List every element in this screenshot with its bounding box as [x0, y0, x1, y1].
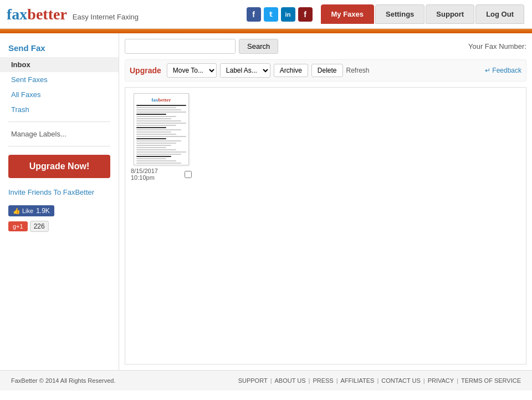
sidebar-item-inbox[interactable]: Inbox	[0, 57, 119, 72]
fax-line	[136, 154, 181, 155]
footer-link-press[interactable]: PRESS	[313, 377, 333, 384]
twitter-icon[interactable]: 𝕥	[264, 7, 278, 22]
footer-link-support[interactable]: SUPPORT	[238, 377, 268, 384]
fax-line	[136, 149, 176, 150]
search-left: Search	[125, 39, 278, 54]
archive-button[interactable]: Archive	[274, 64, 308, 77]
fax-logo-blue: fax	[152, 97, 158, 103]
footer: FaxBetter © 2014 All Rights Reserved. SU…	[0, 370, 532, 391]
fax-line	[136, 123, 186, 124]
toolbar: Upgrade Move To... Label As... Archive D…	[125, 59, 526, 82]
thumbs-up-icon: 👍	[13, 207, 21, 215]
invite-friends-link[interactable]: Invite Friends To FaxBetter	[0, 184, 119, 201]
fax-number-area: Your Fax Number:	[468, 42, 526, 50]
fax-thumb-logo: faxbetter	[152, 97, 171, 103]
facebook-icon[interactable]: f	[247, 7, 261, 22]
fax-line	[136, 114, 166, 115]
footer-sep: |	[457, 377, 458, 384]
fax-line	[136, 158, 166, 159]
search-button[interactable]: Search	[239, 39, 278, 54]
fax-line	[136, 129, 181, 130]
tab-settings[interactable]: Settings	[375, 4, 424, 24]
sidebar-divider	[8, 121, 110, 122]
fax-line	[136, 151, 186, 153]
fax-line	[136, 120, 181, 121]
sidebar-item-sent-faxes[interactable]: Sent Faxes	[0, 72, 119, 87]
send-fax-link[interactable]: Send Fax	[0, 39, 119, 57]
main-layout: Send Fax Inbox Sent Faxes All Faxes Tras…	[0, 33, 532, 370]
fax-line	[136, 156, 171, 157]
fax-line	[136, 138, 166, 139]
google-plus-count: 226	[30, 221, 49, 232]
fax-line	[136, 140, 181, 141]
fax-line	[136, 125, 176, 126]
tab-support[interactable]: Support	[426, 4, 474, 24]
footer-sep: |	[423, 377, 425, 384]
tagline: Easy Internet Faxing	[73, 13, 139, 21]
refresh-button[interactable]: Refresh	[346, 67, 370, 74]
sidebar-item-all-faxes[interactable]: All Faxes	[0, 87, 119, 102]
fax-meta: 8/15/2017 10:10pm	[131, 168, 192, 181]
fax-line	[136, 163, 181, 164]
fax-line	[136, 165, 171, 165]
footer-link-contact-us[interactable]: CONTACT US	[381, 377, 421, 384]
footer-links: SUPPORT | ABOUT US | PRESS | AFFILIATES …	[238, 377, 521, 384]
fax-line	[136, 131, 171, 133]
logo-text: faxbetter	[7, 6, 67, 23]
delete-button[interactable]: Delete	[311, 64, 343, 77]
fax-line	[136, 112, 186, 113]
tab-my-faxes[interactable]: My Faxes	[321, 4, 375, 24]
upgrade-label: Upgrade	[130, 66, 161, 75]
fax-line	[136, 136, 186, 137]
like-label: Like	[22, 207, 33, 214]
fax-timestamp: 8/15/2017 10:10pm	[131, 168, 182, 181]
fax-line	[136, 116, 176, 117]
footer-copyright: FaxBetter © 2014 All Rights Reserved.	[11, 377, 115, 384]
fax-line	[136, 145, 171, 146]
fax-line	[136, 147, 166, 148]
fax-line	[136, 143, 176, 144]
social-icons: f 𝕥 in f	[247, 7, 313, 22]
feedback-link[interactable]: ↵ Feedback	[485, 67, 521, 74]
footer-link-about-us[interactable]: ABOUT US	[274, 377, 305, 384]
fax-item[interactable]: faxbetter	[131, 93, 192, 181]
nav-tabs: My Faxes Settings Support Log Out	[321, 4, 526, 24]
logo-better: better	[27, 6, 67, 23]
facebook2-icon[interactable]: f	[298, 7, 313, 22]
move-to-select[interactable]: Move To...	[167, 63, 217, 78]
tab-logout[interactable]: Log Out	[475, 4, 524, 24]
logo: faxbetter	[7, 6, 67, 23]
fax-list-area: faxbetter	[125, 87, 526, 364]
footer-link-privacy[interactable]: PRIVACY	[428, 377, 454, 384]
fax-thumbnail: faxbetter	[134, 93, 189, 165]
footer-sep: |	[377, 377, 378, 384]
sidebar: Send Fax Inbox Sent Faxes All Faxes Tras…	[0, 33, 119, 370]
google-plus-widget: g+1 226	[8, 221, 110, 232]
fax-line	[136, 118, 171, 119]
footer-sep: |	[336, 377, 338, 384]
feedback-icon: ↵	[485, 67, 490, 74]
fax-thumb-lines	[136, 105, 186, 165]
label-as-select[interactable]: Label As...	[220, 63, 270, 78]
sidebar-divider2	[8, 146, 110, 146]
footer-link-affiliates[interactable]: AFFILIATES	[341, 377, 375, 384]
google-plus-button[interactable]: g+1	[8, 221, 28, 231]
like-count: 1.9K	[36, 207, 50, 215]
logo-area: faxbetter Easy Internet Faxing	[7, 6, 247, 23]
fax-line	[136, 134, 176, 135]
feedback-label: Feedback	[492, 67, 521, 74]
fax-checkbox[interactable]	[185, 171, 192, 178]
fax-logo-red: better	[158, 97, 171, 103]
search-input[interactable]	[125, 39, 236, 54]
footer-link-terms[interactable]: TERMS OF SERVICE	[461, 377, 521, 384]
facebook-like-button[interactable]: 👍 Like 1.9K	[8, 205, 54, 216]
footer-sep: |	[309, 377, 310, 384]
fax-line	[136, 127, 166, 128]
manage-labels-link[interactable]: Manage Labels...	[0, 126, 119, 141]
sidebar-item-trash[interactable]: Trash	[0, 102, 119, 117]
logo-fax: fax	[7, 6, 27, 23]
linkedin-icon[interactable]: in	[281, 7, 295, 22]
footer-sep: |	[270, 377, 272, 384]
fax-line	[136, 107, 176, 108]
upgrade-now-button[interactable]: Upgrade Now!	[8, 155, 110, 178]
